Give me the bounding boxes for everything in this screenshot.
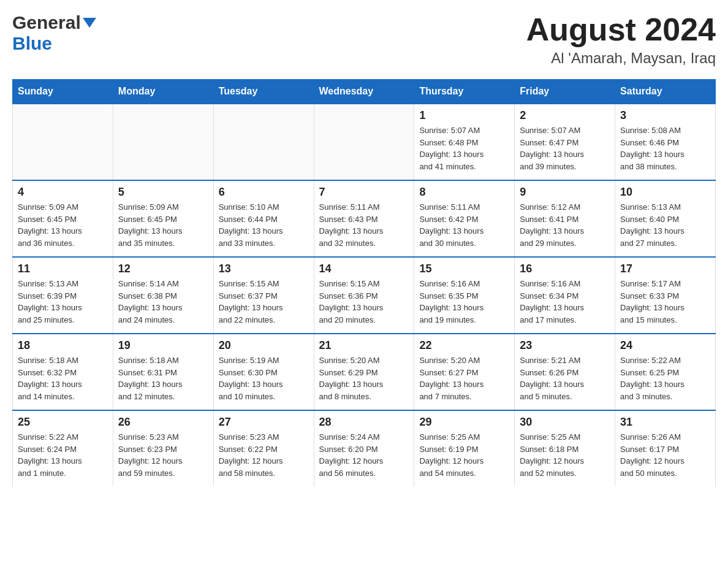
calendar-cell: [13, 104, 113, 180]
day-info: Sunrise: 5:25 AM Sunset: 6:19 PM Dayligh…: [419, 431, 509, 479]
calendar-cell: 1Sunrise: 5:07 AM Sunset: 6:48 PM Daylig…: [414, 104, 515, 180]
calendar-cell: 21Sunrise: 5:20 AM Sunset: 6:29 PM Dayli…: [314, 334, 414, 410]
day-number: 26: [118, 416, 208, 429]
day-number: 7: [319, 186, 409, 199]
day-info: Sunrise: 5:11 AM Sunset: 6:42 PM Dayligh…: [419, 201, 509, 249]
calendar-body: 1Sunrise: 5:07 AM Sunset: 6:48 PM Daylig…: [13, 104, 716, 486]
calendar-cell: [314, 104, 414, 180]
day-info: Sunrise: 5:09 AM Sunset: 6:45 PM Dayligh…: [118, 201, 208, 249]
calendar-cell: 20Sunrise: 5:19 AM Sunset: 6:30 PM Dayli…: [213, 334, 314, 410]
calendar-cell: [213, 104, 314, 180]
day-info: Sunrise: 5:13 AM Sunset: 6:39 PM Dayligh…: [18, 278, 108, 326]
calendar-cell: 2Sunrise: 5:07 AM Sunset: 6:47 PM Daylig…: [515, 104, 615, 180]
day-info: Sunrise: 5:13 AM Sunset: 6:40 PM Dayligh…: [620, 201, 710, 249]
day-number: 19: [118, 339, 208, 352]
day-number: 6: [219, 186, 309, 199]
calendar-table: SundayMondayTuesdayWednesdayThursdayFrid…: [12, 79, 716, 486]
day-number: 4: [18, 186, 108, 199]
month-title: August 2024: [526, 12, 716, 47]
calendar-cell: 31Sunrise: 5:26 AM Sunset: 6:17 PM Dayli…: [615, 410, 716, 486]
calendar-cell: 30Sunrise: 5:25 AM Sunset: 6:18 PM Dayli…: [515, 410, 615, 486]
day-number: 3: [620, 109, 710, 122]
calendar-cell: 8Sunrise: 5:11 AM Sunset: 6:42 PM Daylig…: [414, 180, 515, 257]
calendar-cell: 29Sunrise: 5:25 AM Sunset: 6:19 PM Dayli…: [414, 410, 515, 486]
day-number: 12: [118, 262, 208, 275]
day-number: 24: [620, 339, 710, 352]
day-number: 30: [520, 416, 610, 429]
day-info: Sunrise: 5:18 AM Sunset: 6:31 PM Dayligh…: [118, 354, 208, 402]
day-info: Sunrise: 5:18 AM Sunset: 6:32 PM Dayligh…: [18, 354, 108, 402]
day-info: Sunrise: 5:20 AM Sunset: 6:29 PM Dayligh…: [319, 354, 409, 402]
day-of-week-sunday: Sunday: [13, 80, 113, 104]
title-section: August 2024 Al 'Amarah, Maysan, Iraq: [526, 12, 716, 67]
day-info: Sunrise: 5:12 AM Sunset: 6:41 PM Dayligh…: [520, 201, 610, 249]
day-number: 15: [419, 262, 509, 275]
day-info: Sunrise: 5:22 AM Sunset: 6:25 PM Dayligh…: [620, 354, 710, 402]
calendar-cell: 26Sunrise: 5:23 AM Sunset: 6:23 PM Dayli…: [113, 410, 213, 486]
day-of-week-thursday: Thursday: [414, 80, 515, 104]
day-info: Sunrise: 5:15 AM Sunset: 6:37 PM Dayligh…: [219, 278, 309, 326]
day-number: 11: [18, 262, 108, 275]
day-number: 28: [319, 416, 409, 429]
day-info: Sunrise: 5:16 AM Sunset: 6:35 PM Dayligh…: [419, 278, 509, 326]
calendar-cell: 14Sunrise: 5:15 AM Sunset: 6:36 PM Dayli…: [314, 257, 414, 334]
day-number: 29: [419, 416, 509, 429]
calendar-cell: 22Sunrise: 5:20 AM Sunset: 6:27 PM Dayli…: [414, 334, 515, 410]
day-info: Sunrise: 5:17 AM Sunset: 6:33 PM Dayligh…: [620, 278, 710, 326]
calendar-cell: 27Sunrise: 5:23 AM Sunset: 6:22 PM Dayli…: [213, 410, 314, 486]
calendar-cell: 15Sunrise: 5:16 AM Sunset: 6:35 PM Dayli…: [414, 257, 515, 334]
calendar-cell: 17Sunrise: 5:17 AM Sunset: 6:33 PM Dayli…: [615, 257, 716, 334]
calendar-cell: [113, 104, 213, 180]
day-info: Sunrise: 5:16 AM Sunset: 6:34 PM Dayligh…: [520, 278, 610, 326]
day-number: 23: [520, 339, 610, 352]
calendar-cell: 18Sunrise: 5:18 AM Sunset: 6:32 PM Dayli…: [13, 334, 113, 410]
day-number: 17: [620, 262, 710, 275]
calendar-cell: 5Sunrise: 5:09 AM Sunset: 6:45 PM Daylig…: [113, 180, 213, 257]
day-info: Sunrise: 5:24 AM Sunset: 6:20 PM Dayligh…: [319, 431, 409, 479]
logo-general-text: General: [12, 12, 81, 33]
calendar-cell: 13Sunrise: 5:15 AM Sunset: 6:37 PM Dayli…: [213, 257, 314, 334]
calendar-cell: 12Sunrise: 5:14 AM Sunset: 6:38 PM Dayli…: [113, 257, 213, 334]
day-number: 1: [419, 109, 509, 122]
day-info: Sunrise: 5:15 AM Sunset: 6:36 PM Dayligh…: [319, 278, 409, 326]
day-info: Sunrise: 5:20 AM Sunset: 6:27 PM Dayligh…: [419, 354, 509, 402]
week-row-3: 11Sunrise: 5:13 AM Sunset: 6:39 PM Dayli…: [13, 257, 716, 334]
day-number: 14: [319, 262, 409, 275]
day-info: Sunrise: 5:10 AM Sunset: 6:44 PM Dayligh…: [219, 201, 309, 249]
day-info: Sunrise: 5:07 AM Sunset: 6:47 PM Dayligh…: [520, 124, 610, 172]
days-of-week-row: SundayMondayTuesdayWednesdayThursdayFrid…: [13, 80, 716, 104]
day-info: Sunrise: 5:25 AM Sunset: 6:18 PM Dayligh…: [520, 431, 610, 479]
day-info: Sunrise: 5:19 AM Sunset: 6:30 PM Dayligh…: [219, 354, 309, 402]
day-number: 21: [319, 339, 409, 352]
day-number: 9: [520, 186, 610, 199]
day-info: Sunrise: 5:21 AM Sunset: 6:26 PM Dayligh…: [520, 354, 610, 402]
day-number: 16: [520, 262, 610, 275]
calendar-cell: 6Sunrise: 5:10 AM Sunset: 6:44 PM Daylig…: [213, 180, 314, 257]
day-of-week-friday: Friday: [515, 80, 615, 104]
day-info: Sunrise: 5:07 AM Sunset: 6:48 PM Dayligh…: [419, 124, 509, 172]
day-number: 27: [219, 416, 309, 429]
page-header: General Blue August 2024 Al 'Amarah, May…: [12, 12, 716, 67]
calendar-cell: 19Sunrise: 5:18 AM Sunset: 6:31 PM Dayli…: [113, 334, 213, 410]
day-info: Sunrise: 5:14 AM Sunset: 6:38 PM Dayligh…: [118, 278, 208, 326]
day-number: 31: [620, 416, 710, 429]
day-number: 18: [18, 339, 108, 352]
calendar-cell: 7Sunrise: 5:11 AM Sunset: 6:43 PM Daylig…: [314, 180, 414, 257]
calendar-cell: 11Sunrise: 5:13 AM Sunset: 6:39 PM Dayli…: [13, 257, 113, 334]
day-number: 10: [620, 186, 710, 199]
day-of-week-tuesday: Tuesday: [213, 80, 314, 104]
week-row-5: 25Sunrise: 5:22 AM Sunset: 6:24 PM Dayli…: [13, 410, 716, 486]
day-info: Sunrise: 5:23 AM Sunset: 6:23 PM Dayligh…: [118, 431, 208, 479]
day-info: Sunrise: 5:11 AM Sunset: 6:43 PM Dayligh…: [319, 201, 409, 249]
week-row-2: 4Sunrise: 5:09 AM Sunset: 6:45 PM Daylig…: [13, 180, 716, 257]
logo-arrow-icon: [83, 18, 96, 28]
calendar-cell: 24Sunrise: 5:22 AM Sunset: 6:25 PM Dayli…: [615, 334, 716, 410]
day-info: Sunrise: 5:08 AM Sunset: 6:46 PM Dayligh…: [620, 124, 710, 172]
day-number: 8: [419, 186, 509, 199]
day-of-week-monday: Monday: [113, 80, 213, 104]
day-number: 13: [219, 262, 309, 275]
logo-blue-text: Blue: [12, 33, 52, 54]
week-row-1: 1Sunrise: 5:07 AM Sunset: 6:48 PM Daylig…: [13, 104, 716, 180]
calendar-cell: 10Sunrise: 5:13 AM Sunset: 6:40 PM Dayli…: [615, 180, 716, 257]
day-info: Sunrise: 5:23 AM Sunset: 6:22 PM Dayligh…: [219, 431, 309, 479]
